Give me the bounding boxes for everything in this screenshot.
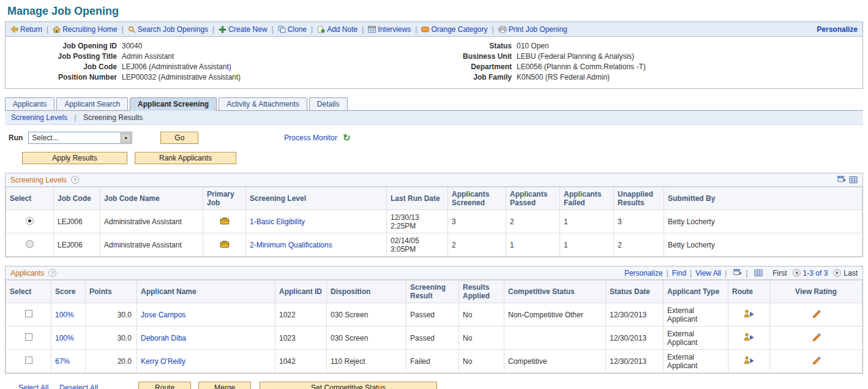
toolbar-create-new[interactable]: Create New: [219, 25, 267, 34]
applicants-passed-cell: 2: [506, 210, 560, 233]
set-competitive-status-button[interactable]: Set Competitive Status: [260, 382, 437, 389]
separator: [47, 25, 48, 34]
applicant-type-cell: External Applicant: [664, 350, 728, 373]
business-unit-label: Business Unit: [434, 51, 517, 62]
grid-personalize-link[interactable]: Personalize: [624, 269, 663, 278]
process-monitor-link[interactable]: Process Monitor: [284, 134, 337, 142]
zoom-grid-icon[interactable]: [733, 269, 742, 277]
applicant-checkbox[interactable]: [25, 357, 32, 364]
col-route: Route: [728, 281, 770, 303]
apply-results-button[interactable]: Apply Results: [22, 152, 127, 164]
screening-level-row: LEJ006 Administrative Assistant 1-Basic …: [6, 210, 862, 233]
toolbar-interviews[interactable]: Interviews: [368, 25, 411, 34]
separator: [311, 25, 313, 34]
job-header-right-column: Status010 Open Business UnitLEBU (Federa…: [434, 41, 862, 83]
pager-last-label[interactable]: Last: [844, 269, 858, 278]
toolbar-return[interactable]: Return: [10, 25, 42, 34]
score-link[interactable]: 67%: [55, 357, 70, 366]
score-link[interactable]: 100%: [55, 334, 74, 342]
view-rating-icon[interactable]: [812, 356, 821, 364]
view-rating-icon[interactable]: [812, 309, 821, 318]
route-icon[interactable]: [744, 333, 755, 341]
return-icon: [10, 26, 18, 33]
competitive-status-cell: Non-Competitive Other: [504, 303, 606, 327]
download-grid-icon[interactable]: [849, 176, 858, 184]
pager-first-label[interactable]: First: [773, 269, 787, 278]
department-label: Department: [434, 62, 517, 72]
chevron-down-icon[interactable]: [121, 133, 131, 143]
col-job-code-name: Job Code Name: [100, 187, 203, 210]
grid-find-link[interactable]: Find: [672, 269, 686, 278]
applicants-header-row: Select Score Points Applicant Name Appli…: [6, 281, 862, 303]
view-rating-icon[interactable]: [812, 333, 821, 341]
interviews-icon: [368, 26, 376, 33]
footer-row: Select All Deselect All Route Merge Set …: [18, 382, 863, 389]
deselect-all-link[interactable]: Deselect All: [59, 383, 98, 389]
tab-activity-attachments[interactable]: Activity & Attachments: [219, 97, 307, 111]
status-date-cell: 12/30/2013: [606, 350, 664, 373]
toolbar-print-job-opening[interactable]: Print Job Opening: [498, 25, 567, 34]
competitive-status-cell: [504, 327, 606, 350]
route-icon[interactable]: [744, 356, 755, 364]
subnav-screening-levels[interactable]: Screening Levels: [11, 113, 67, 122]
last-run-date-cell: 12/30/13 2:25PM: [387, 210, 448, 233]
screening-level-link[interactable]: 1-Basic Eligibility: [250, 217, 305, 226]
pager-range: 1-3 of 3: [803, 269, 828, 278]
tab-applicant-search[interactable]: Applicant Search: [56, 97, 128, 111]
col-select: Select: [6, 281, 51, 303]
route-icon[interactable]: [744, 309, 755, 318]
applicants-title: Applicants: [10, 269, 44, 278]
applicant-name-link[interactable]: Jose Campos: [141, 311, 185, 319]
applicant-checkbox[interactable]: [25, 310, 32, 317]
help-icon[interactable]: [71, 176, 79, 184]
subnav-screening-results[interactable]: Screening Results: [83, 113, 143, 122]
col-applicant-name: Applicant Name: [137, 281, 275, 303]
select-all-link[interactable]: Select All: [18, 383, 48, 389]
separator: [725, 269, 727, 278]
toolbar-personalize-link[interactable]: Personalize: [817, 25, 858, 34]
applicants-grid-links: Personalize Find View All: [624, 269, 763, 278]
applicants-screened-cell: 3: [448, 210, 506, 233]
download-grid-icon[interactable]: [754, 269, 763, 277]
run-row: Run Select... Go Process Monitor: [9, 130, 863, 145]
job-code-name-cell: Administrative Assistant: [100, 210, 203, 233]
applicant-id-cell: 1042: [275, 350, 327, 373]
col-job-code: Job Code: [54, 187, 100, 210]
applicant-name-link[interactable]: Deborah Diba: [141, 334, 186, 342]
toolbar-create-new-label: Create New: [228, 25, 267, 34]
grid-view-all-link[interactable]: View All: [695, 269, 721, 278]
refresh-icon[interactable]: [343, 132, 351, 143]
toolbar-orange-category[interactable]: Orange Category: [421, 25, 487, 34]
prev-page-icon[interactable]: [793, 269, 801, 277]
tab-bar: Applicants Applicant Search Applicant Sc…: [5, 97, 863, 111]
help-icon[interactable]: [48, 269, 56, 277]
tab-details[interactable]: Details: [309, 97, 348, 111]
disposition-cell: 030 Screen: [327, 303, 406, 327]
zoom-grid-icon[interactable]: [837, 176, 846, 184]
col-applicants-failed: Applicants Failed: [560, 187, 614, 210]
screening-level-radio[interactable]: [26, 240, 34, 248]
run-select[interactable]: Select...: [28, 132, 132, 144]
rank-applicants-button[interactable]: Rank Applicants: [135, 152, 236, 164]
status-date-cell: 12/30/2013: [606, 327, 664, 350]
merge-button[interactable]: Merge: [198, 382, 251, 389]
toolbar-add-note[interactable]: Add Note: [317, 25, 357, 34]
score-link[interactable]: 100%: [55, 311, 74, 319]
screening-levels-header-row: Select Job Code Job Code Name Primary Jo…: [6, 187, 862, 210]
toolbar-recruiting-home[interactable]: Recruiting Home: [53, 25, 117, 34]
tab-applicants[interactable]: Applicants: [5, 97, 54, 111]
page-title: Manage Job Opening: [0, 0, 868, 21]
screening-level-link[interactable]: 2-Minimum Qualifications: [250, 241, 332, 249]
applicant-id-cell: 1023: [275, 327, 327, 350]
screening-level-radio[interactable]: [26, 217, 34, 225]
next-page-icon[interactable]: [833, 269, 841, 277]
applicant-name-link[interactable]: Kerry O'Reilly: [141, 357, 185, 366]
toolbar-search-job-openings[interactable]: Search Job Openings: [128, 25, 208, 34]
toolbar-clone[interactable]: Clone: [278, 25, 307, 34]
tab-applicant-screening[interactable]: Applicant Screening: [130, 97, 217, 111]
applicant-row: 100% 30.0 Jose Campos 1022 030 Screen Pa…: [6, 303, 862, 327]
route-button[interactable]: Route: [138, 382, 191, 389]
go-button[interactable]: Go: [160, 132, 198, 144]
toolbar-clone-label: Clone: [288, 25, 307, 34]
applicant-checkbox[interactable]: [25, 333, 32, 341]
